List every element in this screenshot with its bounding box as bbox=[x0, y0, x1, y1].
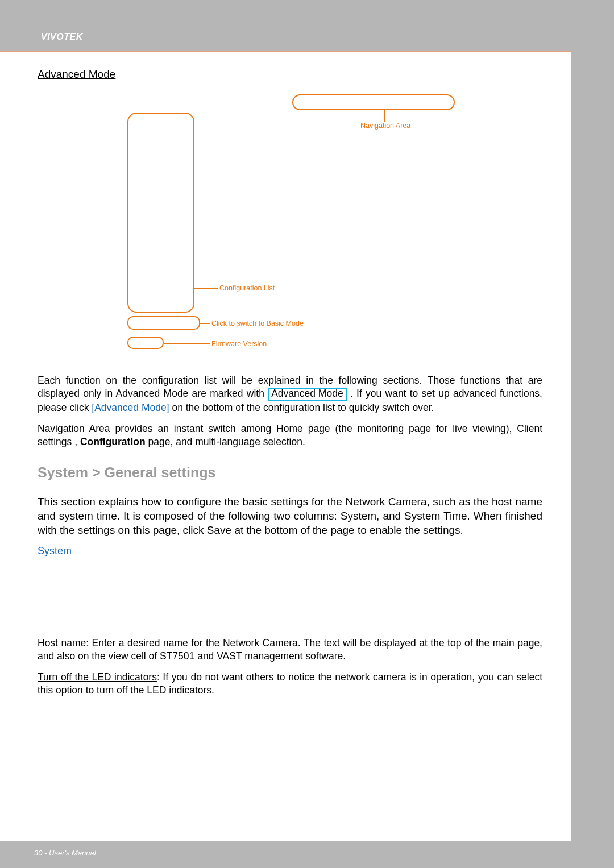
paragraph-general-intro: This section explains how to configure t… bbox=[38, 495, 542, 537]
configuration-bold: Configuration bbox=[80, 436, 146, 447]
document-page: VIVOTEK Advanced Mode Navigation Area Co… bbox=[0, 0, 571, 868]
paragraph-navigation: Navigation Area provides an instant swit… bbox=[38, 422, 542, 448]
configuration-list-box bbox=[127, 113, 194, 313]
switch-mode-box bbox=[127, 316, 200, 330]
text: Navigation Area provides an instant swit… bbox=[38, 423, 517, 434]
connector-line bbox=[200, 323, 210, 324]
navigation-area-box bbox=[292, 94, 455, 110]
brand-label: VIVOTEK bbox=[41, 32, 83, 42]
led-label: Turn off the LED indicators bbox=[38, 671, 157, 683]
switch-basic-label: Click to switch to Basic Mode bbox=[211, 319, 304, 327]
page-content: Advanced Mode Navigation Area Configurat… bbox=[0, 52, 571, 716]
paragraph-functions: Each function on the configuration list … bbox=[38, 374, 542, 414]
navigation-area-label: Navigation Area bbox=[360, 122, 410, 130]
connector-line bbox=[164, 343, 210, 344]
footer-text: 30 - User's Manual bbox=[34, 849, 96, 857]
section-title: Advanced Mode bbox=[38, 68, 542, 81]
page-footer-bar: 30 - User's Manual bbox=[0, 841, 571, 868]
connector-line bbox=[194, 288, 218, 289]
advanced-mode-badge: Advanced Mode bbox=[268, 388, 346, 401]
page-header-bar: VIVOTEK bbox=[0, 0, 571, 51]
text: page, and multi-language selection. bbox=[148, 436, 305, 447]
paragraph-led: Turn off the LED indicators: If you do n… bbox=[38, 671, 542, 697]
ui-diagram: Navigation Area Configuration List Click… bbox=[38, 90, 542, 363]
text: , bbox=[74, 436, 80, 447]
configuration-list-label: Configuration List bbox=[219, 284, 275, 292]
heading-system-general: System > General settings bbox=[38, 464, 542, 481]
text: on the bottom of the configuration list … bbox=[172, 402, 434, 413]
firmware-version-label: Firmware Version bbox=[211, 340, 267, 348]
advanced-mode-link: [Advanced Mode] bbox=[92, 402, 169, 413]
paragraph-hostname: Host name: Enter a desired name for the … bbox=[38, 637, 542, 663]
system-subheading: System bbox=[38, 545, 542, 557]
connector-line bbox=[384, 110, 385, 122]
firmware-version-box bbox=[127, 337, 164, 349]
hostname-label: Host name bbox=[38, 637, 86, 649]
text: : Enter a desired name for the Network C… bbox=[38, 637, 542, 662]
